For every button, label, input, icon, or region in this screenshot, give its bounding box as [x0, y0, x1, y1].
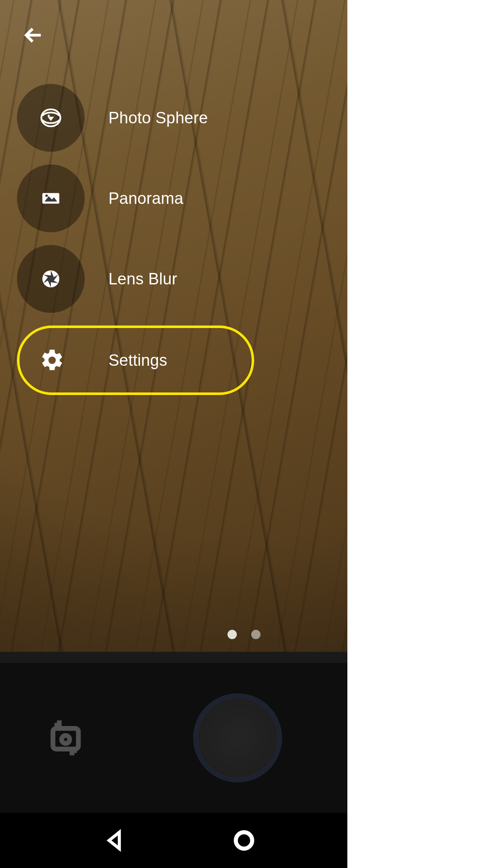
page-dot[interactable]: [227, 630, 237, 639]
menu-item-label: Settings: [108, 351, 167, 370]
nav-back-icon: [103, 828, 128, 853]
svg-marker-1: [48, 117, 54, 121]
nav-home-icon: [232, 828, 256, 853]
menu-item-lens-blur[interactable]: Lens Blur: [17, 245, 254, 313]
svg-point-2: [48, 115, 50, 117]
aperture-icon: [17, 245, 85, 313]
menu-item-label: Photo Sphere: [108, 109, 208, 127]
switch-camera-button[interactable]: [42, 715, 89, 761]
menu-item-settings[interactable]: Settings: [17, 326, 254, 395]
menu-item-panorama[interactable]: Panorama: [17, 164, 254, 232]
back-button[interactable]: [19, 20, 48, 50]
camera-mode-menu: Photo Sphere Panorama: [17, 84, 254, 408]
svg-point-10: [236, 832, 252, 849]
panorama-icon: [17, 164, 85, 232]
svg-point-8: [62, 735, 70, 743]
menu-item-label: Panorama: [108, 189, 183, 208]
nav-home-button[interactable]: [219, 821, 269, 860]
svg-marker-9: [109, 832, 119, 849]
gear-icon: [19, 328, 85, 393]
letterbox-whitespace: [347, 0, 488, 868]
svg-point-5: [45, 195, 48, 197]
page-indicator: [227, 630, 261, 639]
menu-item-label: Lens Blur: [108, 270, 177, 288]
camera-app-screen: Photo Sphere Panorama: [0, 0, 488, 868]
switch-camera-icon: [47, 719, 85, 757]
shutter-button[interactable]: [193, 693, 282, 782]
svg-rect-7: [53, 729, 78, 749]
back-arrow-icon: [22, 24, 44, 46]
photosphere-icon: [17, 84, 85, 152]
page-dot[interactable]: [251, 630, 261, 639]
menu-item-photo-sphere[interactable]: Photo Sphere: [17, 84, 254, 152]
nav-back-button[interactable]: [90, 821, 141, 860]
